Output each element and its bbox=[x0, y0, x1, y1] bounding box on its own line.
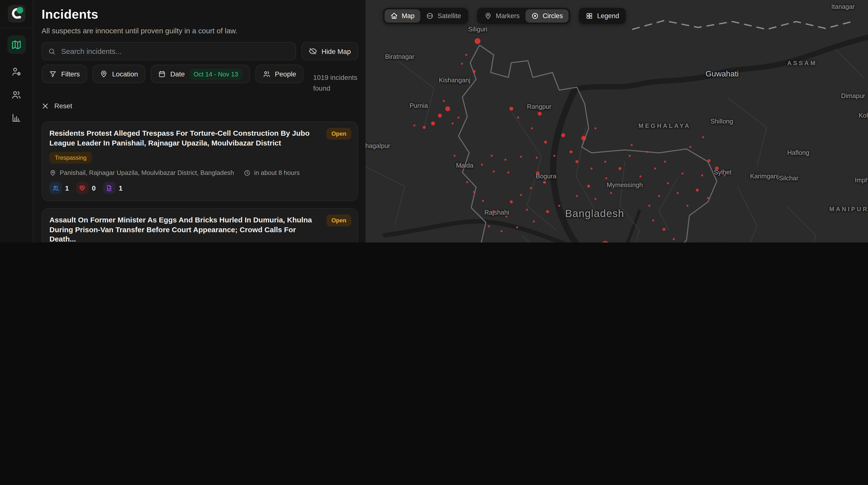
close-icon bbox=[41, 103, 49, 110]
incident-card[interactable]: Assault On Former Minister As Eggs And B… bbox=[41, 208, 358, 242]
house-icon bbox=[391, 12, 398, 20]
victims-stat: 0 bbox=[76, 182, 96, 194]
search-box[interactable] bbox=[41, 42, 296, 60]
victims-count: 0 bbox=[92, 184, 96, 192]
globe-icon bbox=[426, 12, 434, 20]
sidebar-item-suspects[interactable] bbox=[11, 67, 22, 77]
grid-icon bbox=[586, 12, 593, 20]
markers-mode-button[interactable]: Markers bbox=[479, 9, 526, 23]
map-label: Mymensingh bbox=[607, 181, 643, 189]
map-label: Guwahati bbox=[706, 69, 739, 78]
map-label: Karimganj bbox=[750, 172, 779, 180]
map-label: Sylhet bbox=[714, 169, 732, 176]
hide-map-button[interactable]: Hide Map bbox=[301, 42, 358, 60]
map-label: Itanagar bbox=[831, 3, 855, 10]
location-pin-icon bbox=[50, 170, 56, 176]
reset-filters[interactable]: Reset bbox=[41, 102, 358, 110]
map-label: Imphal bbox=[855, 176, 868, 184]
calendar-icon bbox=[158, 70, 166, 78]
sidebar-item-people[interactable] bbox=[11, 90, 22, 100]
location-chip[interactable]: Location bbox=[92, 65, 145, 83]
map-label: Biratnagar bbox=[385, 53, 414, 60]
map-label: Kishanganj bbox=[439, 77, 470, 84]
suspects-stat: 1 bbox=[50, 182, 69, 194]
incident-title: Assault On Former Minister As Eggs And B… bbox=[50, 215, 350, 242]
incidents-panel: Incidents All suspects are innocent unti… bbox=[33, 0, 366, 242]
map-label: Silchar bbox=[779, 174, 799, 182]
reports-count: 1 bbox=[119, 184, 123, 192]
map-label: Dimapur bbox=[841, 92, 865, 99]
status-badge: Open bbox=[327, 128, 351, 140]
date-range-badge: Oct 14 - Nov 13 bbox=[189, 68, 243, 80]
marker-style-switch: Markers Circles bbox=[477, 8, 570, 24]
map-label: Rangpur bbox=[527, 103, 552, 110]
date-chip[interactable]: Date Oct 14 - Nov 13 bbox=[151, 65, 250, 83]
map-label: Haflong bbox=[787, 149, 809, 156]
people-icon bbox=[262, 70, 270, 78]
search-icon bbox=[48, 47, 56, 55]
incident-location: Panishail, Rajnagar Upazila, Moulvibazar… bbox=[60, 169, 234, 177]
results-count: 1019 incidents found bbox=[313, 65, 358, 94]
legend-button[interactable]: Legend bbox=[579, 8, 626, 24]
map-label: TRIPURA bbox=[698, 242, 736, 242]
users-icon bbox=[14, 92, 17, 94]
map-label: Malda bbox=[456, 162, 473, 169]
map-controls: Map Satellite Markers Circles bbox=[383, 8, 626, 24]
base-layer-switch: Map Satellite bbox=[383, 8, 468, 24]
map-label: Siliguri bbox=[468, 26, 487, 33]
map-label: MANIPUR bbox=[829, 206, 868, 212]
marker-pin-icon bbox=[485, 12, 492, 20]
eye-off-icon bbox=[309, 47, 317, 55]
map-icon bbox=[11, 39, 22, 50]
incident-list: Residents Protest Alleged Trespass For T… bbox=[41, 122, 358, 242]
incident-title: Residents Protest Alleged Trespass For T… bbox=[50, 129, 350, 148]
search-input[interactable] bbox=[60, 47, 290, 56]
map-labels: ItanagarSiliguriBiratnagarKishanganjGuwa… bbox=[366, 0, 868, 242]
page-title: Incidents bbox=[41, 7, 358, 22]
map-label: Bogura bbox=[536, 172, 556, 180]
user-gear-icon bbox=[14, 68, 17, 71]
location-pin-icon bbox=[100, 70, 107, 78]
sidebar-item-map[interactable] bbox=[7, 35, 26, 54]
app-logo-icon[interactable] bbox=[8, 5, 25, 23]
app-root: En SS Incidents All suspects are innocen… bbox=[0, 0, 868, 242]
map-label: Bhagalpur bbox=[366, 142, 390, 149]
sidebar-divider bbox=[0, 28, 33, 28]
sidebar-item-analytics[interactable] bbox=[11, 113, 22, 123]
funnel-icon bbox=[49, 70, 57, 78]
status-badge: Open bbox=[327, 215, 351, 227]
map-label: Rajshahi bbox=[485, 209, 509, 216]
reports-stat: 1 bbox=[103, 182, 123, 194]
incident-time: in about 8 hours bbox=[254, 169, 300, 177]
map-label: Shillong bbox=[710, 118, 733, 125]
map-layer-button[interactable]: Map bbox=[384, 9, 421, 23]
map-label: Kohima bbox=[859, 112, 868, 119]
suspects-count: 1 bbox=[65, 184, 69, 192]
page-subtitle: All suspects are innocent until proven g… bbox=[41, 26, 358, 35]
file-check-icon bbox=[103, 182, 115, 194]
map-label: Purnia bbox=[409, 102, 428, 109]
satellite-layer-button[interactable]: Satellite bbox=[421, 9, 467, 23]
circles-mode-button[interactable]: Circles bbox=[526, 9, 569, 23]
people-chip[interactable]: People bbox=[255, 65, 303, 83]
map[interactable]: ItanagarSiliguriBiratnagarKishanganjGuwa… bbox=[366, 0, 868, 242]
map-label: MEGHALAYA bbox=[639, 122, 691, 129]
heart-pulse-icon bbox=[76, 182, 89, 194]
circle-dot-icon bbox=[531, 12, 539, 20]
suspects-icon bbox=[50, 182, 62, 194]
map-label: ASSAM bbox=[787, 60, 817, 67]
sidebar: En SS bbox=[0, 0, 33, 242]
filters-chip[interactable]: Filters bbox=[41, 65, 87, 83]
incident-card[interactable]: Residents Protest Alleged Trespass For T… bbox=[41, 122, 358, 201]
clock-icon bbox=[244, 170, 250, 176]
map-label: Bangladesh bbox=[565, 208, 624, 220]
incident-tag: Trespassing bbox=[50, 152, 92, 164]
